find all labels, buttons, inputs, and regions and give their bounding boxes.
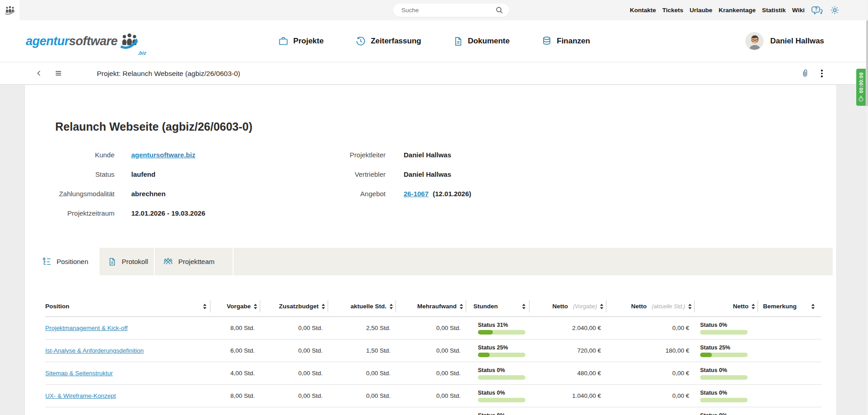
project-card: Relaunch Webseite (agbiz/26/0603-0) Kund… (25, 85, 836, 415)
cell-aktuelle-std (328, 407, 396, 415)
status-label: Status 25% (700, 344, 730, 351)
app-corner-logo[interactable] (0, 0, 19, 20)
scrollbar[interactable] (866, 0, 868, 415)
col-bemerkung: Bemerkung (758, 296, 821, 316)
paperclip-icon[interactable] (800, 68, 810, 80)
sort-icon[interactable] (688, 304, 692, 309)
nav-label: Finanzen (557, 37, 590, 46)
col-netto-aktuelle: Netto(aktuelle Std.) (606, 296, 695, 316)
col-sublabel: (Vorgabe) (573, 303, 597, 310)
sort-icon[interactable] (321, 304, 325, 309)
sort-icon[interactable] (600, 304, 604, 309)
status-label: Status 0% (700, 367, 727, 374)
sort-icon[interactable] (459, 304, 463, 309)
menu-krankentage[interactable]: Krankentage (719, 7, 756, 14)
sort-icon[interactable] (253, 304, 258, 309)
user-menu[interactable]: Daniel Hallwas (745, 20, 824, 62)
table-row: Status 0% Status 0% (45, 407, 821, 415)
search-input[interactable] (401, 7, 495, 14)
position-link[interactable]: Sitemap & Seitenstruktur (45, 370, 113, 377)
sort-icon[interactable] (811, 304, 815, 309)
angebot-link[interactable]: 26-1067 (404, 190, 429, 198)
file-icon (108, 257, 117, 266)
col-vorgabe: Vorgabe (210, 296, 260, 316)
progress-bar (478, 375, 525, 380)
top-bar: Kontakte Tickets Urlaube Krankentage Sta… (0, 0, 868, 20)
nav-zeiterfassung[interactable]: Zeiterfassung (355, 36, 421, 47)
sort-icon[interactable] (389, 304, 393, 309)
position-link[interactable]: UX- & Wireframe-Konzept (45, 392, 116, 399)
kebab-icon[interactable] (818, 68, 825, 79)
tab-protokoll[interactable]: Protokoll (100, 248, 155, 275)
document-icon (453, 36, 463, 47)
cell-zusatzbudget: 0,00 Std. (260, 385, 328, 407)
cell-bemerkung (758, 340, 821, 362)
brand-text-1: agentur (26, 34, 69, 48)
cell-mehraufwand: 0,00 Std. (396, 362, 466, 384)
main-nav-bar: agentursoftware .biz Projekte (0, 20, 868, 62)
progress-bar (700, 398, 748, 402)
position-link[interactable]: Projektmanagement & Kick-off (45, 325, 128, 331)
col-zusatzbudget: Zusatzbudget (260, 296, 328, 316)
progress-bar (478, 398, 525, 402)
field-label-status: Status (25, 170, 114, 178)
tab-positionen[interactable]: Positionen (34, 248, 100, 275)
search-icon[interactable] (495, 6, 504, 14)
col-label: Netto (733, 303, 749, 310)
tab-label: Positionen (57, 258, 88, 265)
progress-bar (700, 375, 748, 380)
position-link[interactable]: Ist-Analyse & Anforderungsdefinition (45, 347, 144, 354)
nav-dokumente[interactable]: Dokumente (453, 36, 510, 47)
sort-icon[interactable] (203, 304, 207, 309)
cell-bemerkung (758, 317, 821, 339)
cell-netto-status: Status 0% (695, 317, 758, 339)
menu-wiki[interactable]: Wiki (792, 7, 805, 14)
sort-icon[interactable] (522, 304, 526, 309)
cell-vorgabe: 6,00 Std. (210, 340, 260, 362)
nav-finanzen[interactable]: Finanzen (541, 36, 590, 47)
breadcrumb: Projekt: Relaunch Webseite (agbiz/26/060… (97, 62, 240, 85)
help-chat-icon[interactable]: ? (811, 5, 823, 16)
gear-icon[interactable] (830, 5, 840, 15)
cell-position: Sitemap & Seitenstruktur (45, 362, 210, 384)
menu-kontakte[interactable]: Kontakte (630, 7, 656, 14)
timer-tab[interactable]: 00:00:00 (856, 69, 866, 106)
menu-tickets[interactable]: Tickets (663, 7, 683, 14)
nav-label: Zeiterfassung (371, 37, 421, 46)
cell-position: UX- & Wireframe-Konzept (45, 385, 210, 407)
scrollbar-thumb[interactable] (866, 20, 868, 106)
field-value-status: laufend (131, 170, 155, 178)
col-position: Position (45, 296, 210, 316)
menu-urlaube[interactable]: Urlaube (690, 7, 712, 14)
status-label: Status 25% (478, 344, 508, 351)
hamburger-icon[interactable] (54, 69, 62, 79)
cell-netto-aktuell: 180,00 € (606, 340, 695, 362)
chevron-left-icon[interactable] (35, 69, 43, 79)
cell-aktuelle-std: 2,50 Std. (328, 317, 396, 339)
field-value-zahlungsmodalitaet: abrechnen (131, 190, 166, 198)
tab-projektteam[interactable]: Projektteam (155, 248, 234, 275)
status-label: Status 0% (478, 412, 505, 415)
field-value-projektleiter: Daniel Hallwas (404, 151, 451, 159)
col-label: Position (45, 303, 69, 310)
cell-vorgabe (210, 407, 260, 415)
cell-stunden-status: Status 31% (466, 317, 529, 339)
customer-link[interactable]: agentursoftware.biz (131, 151, 196, 159)
brand-logo[interactable]: agentursoftware .biz (26, 20, 146, 62)
cell-netto-vorgabe: 480,00 € (529, 362, 606, 384)
menu-statistik[interactable]: Statistik (762, 7, 786, 14)
sort-icon[interactable] (751, 304, 755, 309)
cell-mehraufwand (396, 407, 466, 415)
col-label: Zusatzbudget (279, 303, 319, 310)
cell-netto-status: Status 0% (695, 362, 758, 384)
coins-icon (541, 36, 552, 47)
field-label-projektleiter: Projektleiter (287, 151, 386, 159)
table-row: Ist-Analyse & Anforderungsdefinition 6,0… (45, 340, 821, 362)
status-label: Status 0% (478, 367, 505, 374)
cell-netto-vorgabe: 720,00 € (529, 340, 606, 362)
stopwatch-icon (858, 95, 864, 102)
team-icon (163, 256, 173, 267)
user-name: Daniel Hallwas (770, 37, 824, 46)
nav-projekte[interactable]: Projekte (278, 36, 324, 47)
cell-netto-aktuell: 0,00 € (606, 385, 695, 407)
